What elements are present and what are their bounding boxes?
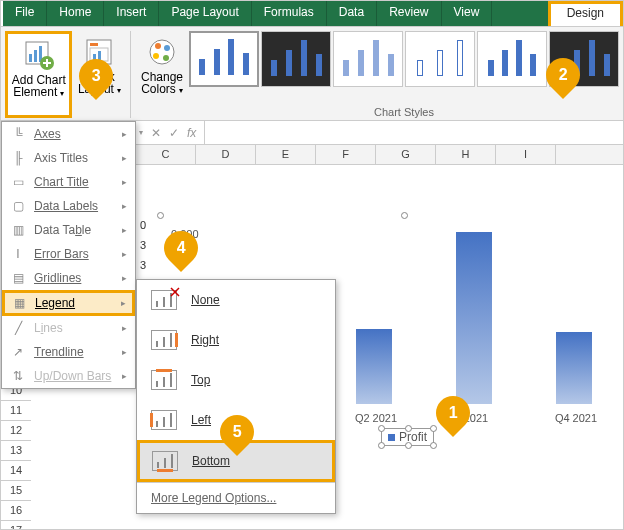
svg-rect-1	[29, 54, 32, 62]
fb-dropdown-icon[interactable]: ▾	[139, 128, 143, 137]
legend-label: Profit	[399, 430, 427, 444]
add-chart-element-button[interactable]: Add Chart Element ▾	[5, 31, 72, 118]
legend-handle[interactable]	[430, 425, 437, 432]
chart-xlabel-q2: Q2 2021	[336, 412, 416, 424]
lines-icon: ╱	[10, 321, 26, 335]
menu-axis-titles[interactable]: ╟Axis Titles▸	[2, 146, 135, 170]
fb-fx-icon[interactable]: fx	[187, 126, 196, 140]
chart-legend[interactable]: Profit	[381, 428, 434, 446]
legend-right-icon	[151, 330, 177, 350]
tab-view[interactable]: View	[442, 1, 493, 26]
chart-style-3[interactable]	[333, 31, 403, 87]
add-chart-element-icon	[22, 38, 56, 72]
cell-b7[interactable]: 3	[136, 259, 146, 271]
row-14[interactable]: 14	[1, 461, 31, 481]
error-bars-icon: I	[10, 247, 26, 261]
cell-b5[interactable]: 0	[136, 219, 146, 231]
legend-top-icon	[151, 370, 177, 390]
axis-titles-icon: ╟	[10, 151, 26, 165]
chart-style-1[interactable]	[189, 31, 259, 87]
menu-data-table[interactable]: ▥Data Table▸	[2, 218, 135, 242]
col-i[interactable]: I	[496, 145, 556, 164]
menu-trendline[interactable]: ↗Trendline▸	[2, 340, 135, 364]
tab-file[interactable]: File	[3, 1, 47, 26]
legend-handle[interactable]	[378, 425, 385, 432]
svg-rect-2	[34, 50, 37, 62]
svg-point-12	[164, 45, 170, 51]
row-12[interactable]: 12	[1, 421, 31, 441]
menu-gridlines[interactable]: ▤Gridlines▸	[2, 266, 135, 290]
change-colors-icon	[145, 35, 179, 69]
fb-check-icon[interactable]: ✓	[169, 126, 179, 140]
menu-updown-bars: ⇅Up/Down Bars▸	[2, 364, 135, 388]
row-17[interactable]: 17	[1, 521, 31, 530]
tab-design[interactable]: Design	[548, 1, 623, 26]
cell-b6[interactable]: 3	[136, 239, 146, 251]
chart-style-2[interactable]	[261, 31, 331, 87]
chart-style-5[interactable]	[477, 31, 547, 87]
chart-xlabel-q4: Q4 2021	[536, 412, 616, 424]
menu-data-labels[interactable]: ▢Data Labels▸	[2, 194, 135, 218]
legend-bottom-icon	[152, 451, 178, 471]
axes-icon: ╚	[10, 127, 26, 141]
svg-point-14	[153, 53, 159, 59]
svg-point-10	[150, 40, 174, 64]
col-g[interactable]: G	[376, 145, 436, 164]
row-13[interactable]: 13	[1, 441, 31, 461]
chart-bar-q2[interactable]	[356, 329, 392, 404]
tab-review[interactable]: Review	[377, 1, 441, 26]
tab-insert[interactable]: Insert	[104, 1, 159, 26]
data-table-icon: ▥	[10, 223, 26, 237]
chart-title-icon: ▭	[10, 175, 26, 189]
legend-swatch	[388, 434, 395, 441]
svg-point-13	[163, 55, 169, 61]
menu-chart-title[interactable]: ▭Chart Title▸	[2, 170, 135, 194]
menu-lines: ╱Lines▸	[2, 316, 135, 340]
col-e[interactable]: E	[256, 145, 316, 164]
legend-handle[interactable]	[405, 442, 412, 449]
legend-handle[interactable]	[405, 425, 412, 432]
chart-styles-label: Chart Styles	[189, 104, 619, 118]
row-15[interactable]: 15	[1, 481, 31, 501]
chart-bar-q4[interactable]	[556, 332, 592, 404]
chart-style-4[interactable]	[405, 31, 475, 87]
chart-handle[interactable]	[157, 212, 164, 219]
legend-handle[interactable]	[430, 442, 437, 449]
legend-submenu: None Right Top Left Bottom More Legend O…	[136, 279, 336, 514]
svg-rect-6	[90, 43, 98, 46]
legend-none[interactable]: None	[137, 280, 335, 320]
svg-point-11	[155, 43, 161, 49]
menu-legend[interactable]: ▦Legend▸	[2, 290, 135, 316]
tab-formulas[interactable]: Formulas	[252, 1, 327, 26]
trendline-icon: ↗	[10, 345, 26, 359]
tab-page-layout[interactable]: Page Layout	[159, 1, 251, 26]
legend-right[interactable]: Right	[137, 320, 335, 360]
chart-bar-q3[interactable]	[456, 232, 492, 404]
change-colors-button[interactable]: Change Colors ▾	[135, 31, 189, 118]
row-16[interactable]: 16	[1, 501, 31, 521]
legend-icon: ▦	[11, 296, 27, 310]
legend-left-icon	[151, 410, 177, 430]
legend-top[interactable]: Top	[137, 360, 335, 400]
menu-axes[interactable]: ╚Axes▸	[2, 122, 135, 146]
ribbon-tabs: File Home Insert Page Layout Formulas Da…	[1, 1, 623, 27]
col-c[interactable]: C	[136, 145, 196, 164]
data-labels-icon: ▢	[10, 199, 26, 213]
menu-error-bars[interactable]: IError Bars▸	[2, 242, 135, 266]
gridlines-icon: ▤	[10, 271, 26, 285]
updown-icon: ⇅	[10, 369, 26, 383]
add-chart-element-menu: ╚Axes▸ ╟Axis Titles▸ ▭Chart Title▸ ▢Data…	[1, 121, 136, 389]
tab-home[interactable]: Home	[47, 1, 104, 26]
tab-data[interactable]: Data	[327, 1, 377, 26]
row-11[interactable]: 11	[1, 401, 31, 421]
col-d[interactable]: D	[196, 145, 256, 164]
legend-more-options[interactable]: More Legend Options...	[137, 482, 335, 513]
fb-cancel-icon[interactable]: ✕	[151, 126, 161, 140]
legend-none-icon	[151, 290, 177, 310]
change-colors-label: Change Colors ▾	[137, 71, 187, 97]
col-f[interactable]: F	[316, 145, 376, 164]
legend-handle[interactable]	[378, 442, 385, 449]
chart-handle[interactable]	[401, 212, 408, 219]
col-h[interactable]: H	[436, 145, 496, 164]
add-chart-element-label: Add Chart Element ▾	[10, 74, 67, 100]
